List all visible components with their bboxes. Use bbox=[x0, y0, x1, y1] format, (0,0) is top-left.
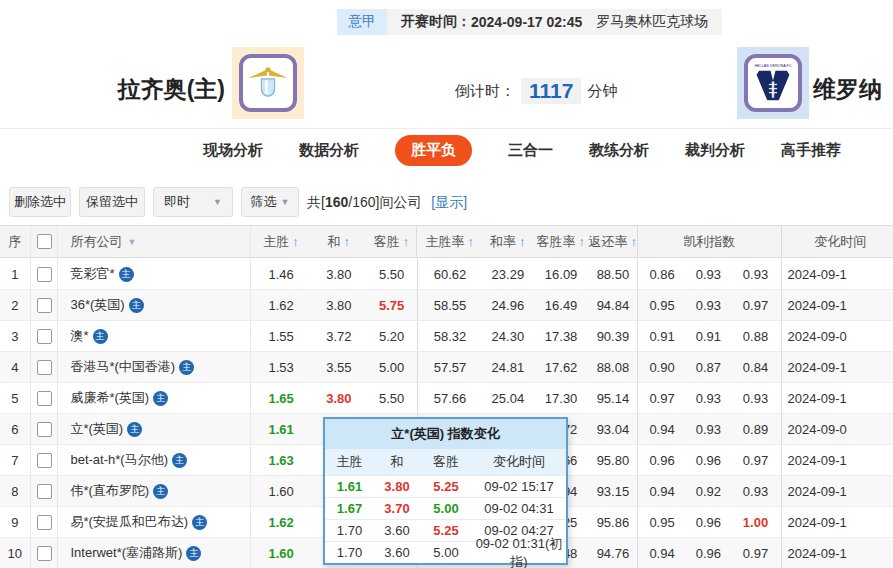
home-odds: 1.62 bbox=[251, 290, 311, 320]
select-all-checkbox[interactable] bbox=[37, 234, 52, 249]
col-company[interactable]: 所有公司 ▼ bbox=[58, 226, 250, 257]
tab-coach-analysis[interactable]: 教练分析 bbox=[589, 141, 649, 160]
col-company-label: 所有公司 bbox=[70, 233, 122, 251]
row-checkbox[interactable] bbox=[37, 329, 52, 344]
company-cell[interactable]: 易*(安提瓜和巴布达)主 bbox=[58, 507, 251, 537]
popup-home-odds: 1.70 bbox=[325, 545, 374, 560]
table-toolbar: 删除选中 保留选中 即时 ▼ 筛选 ▼ 共[160/160]间公司 [显示] bbox=[0, 187, 893, 217]
col-draw-label: 和 bbox=[328, 233, 341, 251]
col-home-odds[interactable]: 主胜↑ bbox=[251, 226, 311, 257]
company-cell[interactable]: 澳*主 bbox=[58, 321, 251, 351]
popup-row: 1.67 3.70 5.00 09-02 04:31 bbox=[325, 497, 566, 519]
away-team-name: 维罗纳 bbox=[813, 74, 893, 105]
payout-rate: 88.08 bbox=[589, 352, 638, 382]
change-time: 2024-09-1 bbox=[782, 445, 893, 475]
delete-selected-button[interactable]: 删除选中 bbox=[9, 187, 71, 217]
col-draw-rate-label: 和率 bbox=[490, 233, 516, 251]
countdown: 倒计时： 1117 分钟 bbox=[455, 78, 617, 104]
col-payout-label: 返还率 bbox=[589, 233, 628, 251]
kelly-away: 0.93 bbox=[731, 383, 782, 413]
main-company-tag-icon: 主 bbox=[153, 484, 168, 499]
row-checkbox-cell bbox=[31, 321, 59, 351]
company-name: 易*(安提瓜和巴布达) bbox=[70, 513, 188, 531]
row-checkbox[interactable] bbox=[37, 360, 52, 375]
col-away-odds[interactable]: 客胜↑ bbox=[367, 226, 418, 257]
col-away-rate-label: 客胜率 bbox=[537, 233, 576, 251]
col-draw-rate[interactable]: 和率↑ bbox=[482, 226, 533, 257]
tab-three-in-one[interactable]: 三合一 bbox=[508, 141, 553, 160]
row-checkbox[interactable] bbox=[37, 546, 52, 561]
row-checkbox[interactable] bbox=[37, 484, 52, 499]
col-away-rate[interactable]: 客胜率↑ bbox=[533, 226, 589, 257]
table-row[interactable]: 3 澳*主 1.55 3.72 5.20 58.32 24.30 17.38 9… bbox=[0, 321, 893, 352]
popup-row: 1.61 3.80 5.25 09-02 15:17 bbox=[325, 475, 566, 497]
kelly-away: 1.00 bbox=[731, 507, 782, 537]
col-home-rate[interactable]: 主胜率↑ bbox=[417, 226, 482, 257]
company-name: bet-at-h*(马尔他) bbox=[70, 451, 168, 469]
row-checkbox[interactable] bbox=[37, 298, 52, 313]
show-link[interactable]: [显示] bbox=[431, 194, 467, 210]
popup-change-time: 09-02 04:31 bbox=[472, 501, 566, 516]
draw-odds: 3.55 bbox=[311, 352, 367, 382]
tab-data-analysis[interactable]: 数据分析 bbox=[299, 141, 359, 160]
filter-dropdown[interactable]: 筛选 ▼ bbox=[241, 187, 299, 217]
row-checkbox[interactable] bbox=[37, 267, 52, 282]
row-checkbox[interactable] bbox=[37, 515, 52, 530]
tab-expert-picks[interactable]: 高手推荐 bbox=[781, 141, 841, 160]
table-row[interactable]: 4 香港马*(中国香港)主 1.53 3.55 5.00 57.57 24.81… bbox=[0, 352, 893, 383]
change-time: 2024-09-1 bbox=[782, 507, 893, 537]
hellas-verona-badge-icon: HELLAS VERONA FC bbox=[744, 54, 802, 112]
kelly-away: 0.97 bbox=[731, 290, 782, 320]
popup-draw-odds: 3.70 bbox=[374, 501, 420, 516]
row-no: 3 bbox=[0, 321, 31, 351]
sort-asc-icon: ↑ bbox=[631, 234, 638, 249]
company-cell[interactable]: 立*(英国)主 bbox=[58, 414, 251, 444]
tab-referee-analysis[interactable]: 裁判分析 bbox=[685, 141, 745, 160]
home-rate: 57.66 bbox=[418, 383, 483, 413]
kelly-away: 0.97 bbox=[731, 445, 782, 475]
select-all-checkbox-cell bbox=[31, 226, 59, 257]
draw-odds: 3.72 bbox=[311, 321, 367, 351]
col-draw-odds[interactable]: 和↑ bbox=[311, 226, 367, 257]
tab-live-analysis[interactable]: 现场分析 bbox=[203, 141, 263, 160]
company-name: 伟*(直布罗陀) bbox=[70, 482, 149, 500]
kelly-draw: 0.93 bbox=[686, 290, 730, 320]
company-cell[interactable]: 香港马*(中国香港)主 bbox=[58, 352, 251, 382]
company-cell[interactable]: 竞彩官*主 bbox=[58, 259, 251, 289]
row-checkbox-cell bbox=[31, 383, 59, 413]
popup-home-odds: 1.61 bbox=[325, 479, 374, 494]
payout-rate: 90.39 bbox=[589, 321, 638, 351]
company-cell[interactable]: 威廉希*(英国)主 bbox=[58, 383, 251, 413]
col-kelly: 凯利指数 bbox=[638, 226, 781, 257]
home-rate: 60.62 bbox=[418, 259, 483, 289]
sort-asc-icon: ↑ bbox=[344, 234, 351, 249]
home-odds: 1.46 bbox=[251, 259, 311, 289]
company-cell[interactable]: 36*(英国)主 bbox=[58, 290, 251, 320]
home-rate: 57.57 bbox=[418, 352, 483, 382]
table-row[interactable]: 5 威廉希*(英国)主 1.65 3.80 5.50 57.66 25.04 1… bbox=[0, 383, 893, 414]
away-rate: 16.49 bbox=[533, 290, 589, 320]
row-no: 7 bbox=[0, 445, 31, 475]
company-cell[interactable]: bet-at-h*(马尔他)主 bbox=[58, 445, 251, 475]
keep-selected-button[interactable]: 保留选中 bbox=[79, 187, 145, 217]
col-payout[interactable]: 返还率↑ bbox=[589, 226, 639, 257]
table-row[interactable]: 1 竞彩官*主 1.46 3.80 5.50 60.62 23.29 16.09… bbox=[0, 259, 893, 290]
popup-away-odds: 5.25 bbox=[420, 479, 472, 494]
change-time: 2024-09-1 bbox=[782, 538, 893, 568]
away-odds: 5.20 bbox=[367, 321, 418, 351]
company-cell[interactable]: 伟*(直布罗陀)主 bbox=[58, 476, 251, 506]
kelly-draw: 0.96 bbox=[686, 538, 730, 568]
tab-win-draw-lose[interactable]: 胜平负 bbox=[395, 135, 472, 166]
league-badge[interactable]: 意甲 bbox=[337, 9, 387, 35]
col-no: 序 bbox=[0, 226, 31, 257]
row-checkbox[interactable] bbox=[37, 422, 52, 437]
away-rate: 16.09 bbox=[533, 259, 589, 289]
row-checkbox[interactable] bbox=[37, 391, 52, 406]
draw-rate: 24.96 bbox=[482, 290, 533, 320]
company-cell[interactable]: Interwet*(塞浦路斯)主 bbox=[58, 538, 251, 568]
table-row[interactable]: 2 36*(英国)主 1.62 3.80 5.75 58.55 24.96 16… bbox=[0, 290, 893, 321]
kelly-draw: 0.92 bbox=[686, 476, 730, 506]
home-team-name: 拉齐奥(主) bbox=[0, 74, 225, 105]
odds-mode-select[interactable]: 即时 ▼ bbox=[153, 187, 233, 217]
row-checkbox[interactable] bbox=[37, 453, 52, 468]
